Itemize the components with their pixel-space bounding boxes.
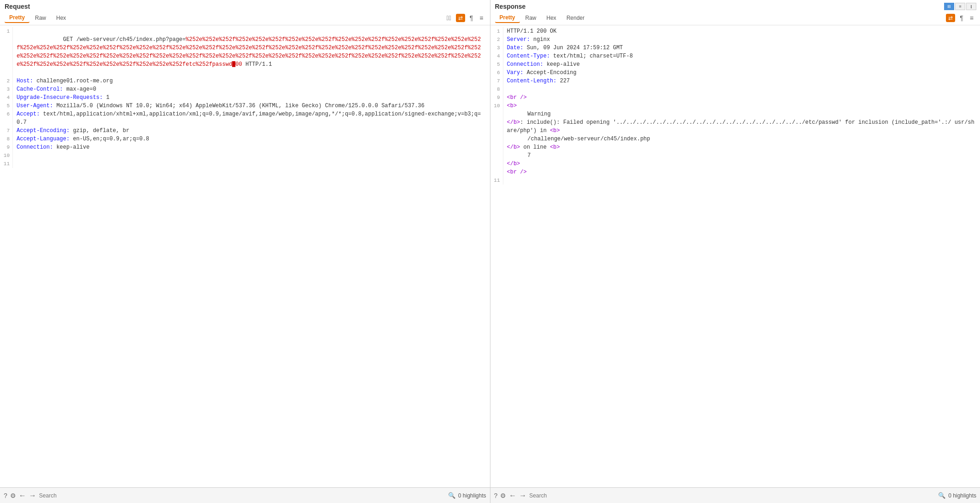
response-line-6: 6 Vary: Accept-Encoding	[490, 69, 980, 77]
response-tab-bar: Pretty Raw Hex Render ⇄ ¶ ≡	[495, 13, 976, 23]
response-line-7: 7 Content-Length: 227	[490, 77, 980, 85]
request-search-input[interactable]	[39, 492, 445, 499]
tab-response-raw[interactable]: Raw	[521, 13, 541, 23]
search-icon-response: 🔍	[938, 492, 945, 499]
response-line-2: 2 Server: nginx	[490, 35, 980, 44]
req-http-version: HTTP/1.1	[242, 61, 272, 68]
response-title: Response	[495, 3, 976, 10]
tab-response-render[interactable]: Render	[562, 13, 589, 23]
response-line-path: /challenge/web-serveur/ch45/index.php	[490, 135, 980, 143]
response-line-11: 11	[490, 176, 980, 185]
line-content-1: GET /web-serveur/ch45/index.php?page=%25…	[13, 27, 490, 77]
response-code: 1 HTTP/1.1 200 OK 2 Server: nginx 3 Date…	[490, 27, 980, 185]
response-line-seven: 7	[490, 151, 980, 160]
request-line-1: 1 GET /web-serveur/ch45/index.php?page=%…	[0, 27, 490, 77]
request-eye-off-button[interactable]: 👁⃠	[445, 13, 453, 23]
request-line-10: 10	[0, 151, 490, 160]
list-view-button[interactable]: ≡	[955, 3, 965, 10]
request-indent-button[interactable]: ¶	[468, 13, 475, 23]
response-line-9: 9 <br />	[490, 93, 980, 102]
search-icon-request: 🔍	[448, 492, 455, 499]
request-code: 1 GET /web-serveur/ch45/index.php?page=%…	[0, 27, 490, 168]
grid-view-button[interactable]: ⊞	[944, 3, 954, 10]
line-num-1: 1	[0, 27, 13, 77]
request-tab-actions: 👁⃠ ⇄ ¶ ≡	[445, 13, 485, 23]
request-back-button[interactable]: ←	[19, 491, 26, 500]
response-line-closeb: </b>: include(): Failed opening '../../.…	[490, 118, 980, 135]
request-line-7: 7 Accept-Encoding: gzip, deflate, br	[0, 127, 490, 135]
response-line-5: 5 Connection: keep-alive	[490, 60, 980, 69]
response-bottom-section: ? ⚙ ← → 🔍 0 highlights	[490, 488, 980, 503]
request-bottom-section: ? ⚙ ← → 🔍 0 highlights	[0, 488, 490, 503]
response-line-closeb2: </b>	[490, 160, 980, 168]
request-line-11: 11	[0, 160, 490, 168]
response-search-input[interactable]	[529, 492, 935, 499]
request-line-9: 9 Connection: keep-alive	[0, 143, 490, 151]
request-tab-bar: Pretty Raw Hex 👁⃠ ⇄ ¶ ≡	[5, 13, 485, 23]
corner-buttons: ⊞ ≡ ⫿	[944, 3, 976, 10]
response-back-button[interactable]: ←	[509, 491, 516, 500]
response-line-3: 3 Date: Sun, 09 Jun 2024 17:59:12 GMT	[490, 44, 980, 52]
request-more-button[interactable]: ≡	[478, 13, 485, 23]
request-line-3: 3 Cache-Control: max-age=0	[0, 85, 490, 93]
cols-view-button[interactable]: ⫿	[966, 3, 976, 10]
response-forward-button[interactable]: →	[519, 491, 526, 500]
response-header: Response Pretty Raw Hex Render ⇄ ¶ ≡	[490, 0, 980, 25]
response-tab-actions: ⇄ ¶ ≡	[946, 13, 975, 23]
response-line-br2: <br />	[490, 168, 980, 176]
request-settings-button[interactable]: ⚙	[10, 492, 16, 499]
response-line-warning: Warning	[490, 110, 980, 118]
tab-response-pretty[interactable]: Pretty	[495, 13, 520, 23]
response-content: 1 HTTP/1.1 200 OK 2 Server: nginx 3 Date…	[490, 25, 980, 487]
request-highlights-badge: 0 highlights	[458, 492, 486, 499]
request-content: 1 GET /web-serveur/ch45/index.php?page=%…	[0, 25, 490, 487]
response-line-4: 4 Content-Type: text/html; charset=UTF-8	[490, 52, 980, 60]
request-line-4: 4 Upgrade-Insecure-Requests: 1	[0, 93, 490, 102]
bottom-bar: ? ⚙ ← → 🔍 0 highlights ? ⚙ ← → 🔍 0 highl…	[0, 487, 980, 503]
response-indent-button[interactable]: ¶	[958, 13, 965, 23]
response-line-8: 8	[490, 85, 980, 93]
response-line-online: </b> on line <b>	[490, 143, 980, 151]
request-line-6: 6 Accept: text/html,application/xhtml+xm…	[0, 110, 490, 127]
tab-request-raw[interactable]: Raw	[30, 13, 51, 23]
request-header: Request Pretty Raw Hex 👁⃠ ⇄ ¶ ≡	[0, 0, 490, 25]
request-help-button[interactable]: ?	[4, 492, 7, 499]
request-panel: Request Pretty Raw Hex 👁⃠ ⇄ ¶ ≡	[0, 0, 490, 487]
response-line-1: 1 HTTP/1.1 200 OK	[490, 27, 980, 35]
req-method: GET /web-serveur/ch45/index.php?page=	[63, 36, 186, 43]
response-settings-button[interactable]: ⚙	[500, 492, 506, 499]
request-line-5: 5 User-Agent: Mozilla/5.0 (Windows NT 10…	[0, 102, 490, 110]
request-forward-button[interactable]: →	[29, 491, 36, 500]
response-line-10: 10 <b>	[490, 102, 980, 110]
response-help-button[interactable]: ?	[494, 492, 498, 499]
request-line-2: 2 Host: challenge01.root-me.org	[0, 77, 490, 85]
response-highlights-badge: 0 highlights	[948, 492, 976, 499]
request-title: Request	[5, 3, 485, 10]
response-panel: Response Pretty Raw Hex Render ⇄ ¶ ≡	[490, 0, 980, 487]
response-wrap-button[interactable]: ⇄	[946, 14, 955, 22]
tab-request-hex[interactable]: Hex	[52, 13, 70, 23]
request-wrap-button[interactable]: ⇄	[456, 14, 465, 22]
tab-request-pretty[interactable]: Pretty	[5, 13, 29, 23]
response-more-button[interactable]: ≡	[968, 13, 975, 23]
request-line-8: 8 Accept-Language: en-US,en;q=0.9,ar;q=0…	[0, 135, 490, 143]
tab-response-hex[interactable]: Hex	[542, 13, 561, 23]
